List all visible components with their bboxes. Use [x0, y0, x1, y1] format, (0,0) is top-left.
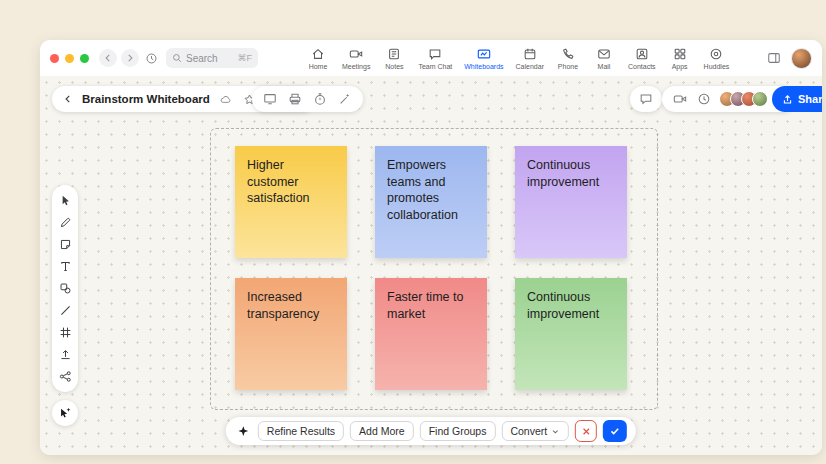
timer-button[interactable]: [311, 90, 329, 108]
main-nav: Home Meetings Notes Team Chat Whiteboard…: [306, 47, 729, 70]
sticky-note-text: Continuous improvement: [527, 289, 615, 322]
close-window-button[interactable]: [50, 54, 59, 63]
sticky-note-icon: [59, 238, 72, 251]
sticky-note-text: Higher customer satisfaction: [247, 157, 335, 207]
cloud-sync-icon: [217, 91, 234, 108]
shapes-icon: [59, 282, 72, 295]
find-groups-button[interactable]: Find Groups: [420, 421, 496, 441]
share-button[interactable]: Share: [772, 86, 822, 112]
sparkle-icon: [235, 423, 252, 440]
convert-dropdown[interactable]: Convert: [501, 421, 569, 441]
panel-toggle-button[interactable]: [765, 49, 783, 67]
nav-item-team-chat[interactable]: Team Chat: [418, 47, 452, 70]
nav-item-home[interactable]: Home: [306, 47, 330, 70]
huddles-icon: [709, 47, 723, 61]
text-tool-button[interactable]: [59, 260, 72, 273]
topbar-right: [765, 48, 812, 69]
shapes-tool-button[interactable]: [59, 282, 72, 295]
zoom-window-button[interactable]: [80, 54, 89, 63]
share-icon: [782, 94, 793, 105]
whiteboards-icon: [477, 47, 491, 61]
nav-item-contacts[interactable]: Contacts: [628, 47, 656, 70]
whiteboard-canvas[interactable]: Brainstorm Whiteboard: [40, 76, 822, 455]
participant-avatars[interactable]: [719, 91, 768, 107]
sticky-note[interactable]: Empowers teams and promotes collaboratio…: [375, 146, 487, 258]
sticky-note-text: Increased transparency: [247, 289, 335, 322]
chevron-left-icon: [63, 94, 73, 104]
apps-icon: [673, 47, 687, 61]
sticky-note[interactable]: Increased transparency: [235, 278, 347, 390]
add-more-button[interactable]: Add More: [350, 421, 414, 441]
notes-icon: [387, 47, 401, 61]
upload-tool-button[interactable]: [59, 348, 72, 361]
minimize-window-button[interactable]: [65, 54, 74, 63]
search-placeholder: Search: [186, 53, 234, 64]
ai-results-toolbar: Refine Results Add More Find Groups Conv…: [226, 417, 636, 445]
chevron-left-icon: [103, 53, 113, 63]
user-avatar[interactable]: [791, 48, 812, 69]
search-icon: [172, 53, 182, 63]
sticky-note[interactable]: Continuous improvement: [515, 146, 627, 258]
frame-icon: [59, 326, 72, 339]
video-camera-icon: [673, 92, 687, 106]
line-tool-button[interactable]: [59, 304, 72, 317]
search-input[interactable]: Search ⌘F: [166, 48, 258, 68]
accept-results-button[interactable]: [603, 420, 627, 442]
laser-pointer-button[interactable]: [336, 90, 354, 108]
history-button[interactable]: [143, 50, 160, 67]
ai-assistant-button[interactable]: [52, 400, 78, 426]
check-icon: [609, 425, 621, 437]
sticky-note-text: Continuous improvement: [527, 157, 615, 190]
clock-icon: [697, 92, 711, 106]
start-video-button[interactable]: [671, 90, 689, 108]
timer-icon: [313, 92, 327, 106]
chevron-down-icon: [551, 427, 560, 436]
window-controls: [50, 54, 89, 63]
session-timer-button[interactable]: [695, 90, 713, 108]
search-shortcut: ⌘F: [238, 53, 253, 63]
nav-item-meetings[interactable]: Meetings: [342, 47, 370, 70]
pencil-icon: [59, 216, 72, 229]
sticky-note[interactable]: Continuous improvement: [515, 278, 627, 390]
monitor-icon: [263, 92, 277, 106]
participant-avatar: [752, 91, 768, 107]
nav-item-mail[interactable]: Mail: [592, 47, 616, 70]
contacts-icon: [635, 47, 649, 61]
sticky-note[interactable]: Faster time to market: [375, 278, 487, 390]
ai-cursor-icon: [58, 406, 72, 420]
nav-item-notes[interactable]: Notes: [382, 47, 406, 70]
line-icon: [59, 304, 72, 317]
panel-icon: [767, 51, 781, 65]
nav-item-phone[interactable]: Phone: [556, 47, 580, 70]
select-tool-button[interactable]: [59, 194, 72, 207]
dismiss-results-button[interactable]: [575, 420, 597, 442]
text-icon: [59, 260, 72, 273]
present-button[interactable]: [261, 90, 279, 108]
sticky-note[interactable]: Higher customer satisfaction: [235, 146, 347, 258]
board-title: Brainstorm Whiteboard: [82, 93, 210, 105]
frame-tool-button[interactable]: [59, 326, 72, 339]
team-chat-icon: [428, 47, 442, 61]
print-button[interactable]: [286, 90, 304, 108]
board-back-button[interactable]: [61, 92, 75, 106]
sticky-note-tool-button[interactable]: [59, 238, 72, 251]
comment-icon: [639, 92, 653, 106]
cursor-icon: [59, 194, 72, 207]
close-icon: [581, 426, 592, 437]
comment-button[interactable]: [637, 90, 655, 108]
app-topbar: Search ⌘F Home Meetings Notes Team Chat: [40, 40, 822, 76]
nav-item-calendar[interactable]: Calendar: [516, 47, 544, 70]
comment-toolbar: [630, 86, 662, 112]
refine-results-button[interactable]: Refine Results: [258, 421, 344, 441]
nav-item-apps[interactable]: Apps: [668, 47, 692, 70]
upload-icon: [59, 348, 72, 361]
diagram-tool-button[interactable]: [59, 370, 72, 383]
forward-button[interactable]: [121, 49, 139, 67]
mindmap-icon: [59, 370, 72, 383]
laser-pointer-icon: [338, 92, 352, 106]
pen-tool-button[interactable]: [59, 216, 72, 229]
meetings-icon: [349, 47, 363, 61]
nav-item-huddles[interactable]: Huddles: [704, 47, 730, 70]
back-button[interactable]: [99, 49, 117, 67]
nav-item-whiteboards[interactable]: Whiteboards: [464, 47, 503, 70]
